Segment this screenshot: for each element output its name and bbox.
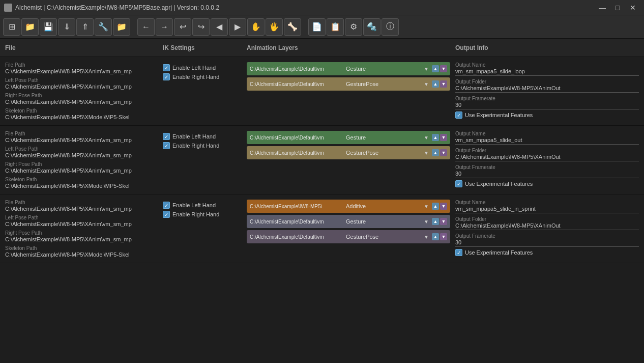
skeleton-value-1: C:\AlchemistExample\IW8-MP5\XModel\MP5-S… — [5, 183, 155, 189]
save-button[interactable]: 💾 — [40, 18, 57, 36]
titlebar-title: Alchemist | C:\AlchemistExample\IW8-MP5\… — [15, 4, 595, 11]
layer-up-0-0[interactable]: ▲ — [432, 65, 439, 72]
layer-up-2-1[interactable]: ▲ — [432, 218, 439, 225]
layer-up-1-0[interactable]: ▲ — [432, 134, 439, 141]
doc2-button[interactable]: 📋 — [327, 18, 344, 36]
undo-button[interactable]: ↩ — [174, 18, 191, 36]
layer-dropdown-2-1[interactable]: ▼ — [424, 219, 430, 225]
anim-layer-2-0[interactable]: C:\AlchemistExample\IW8-MP5\ Additive ▼ … — [247, 200, 450, 213]
info-button[interactable]: ⓘ — [382, 18, 399, 36]
left-pose-value-1: C:\AlchemistExample\IW8-MP5\XAnim\vm_sm_… — [5, 152, 155, 158]
doc1-button[interactable]: 📄 — [308, 18, 326, 36]
arrow-left-button[interactable]: ← — [137, 18, 155, 36]
prev-button[interactable]: ◀ — [211, 18, 228, 36]
anim-layer-2-2[interactable]: C:\AlchemistExample\Default\vm GesturePo… — [247, 230, 450, 243]
anim-layer-0-0[interactable]: C:\AlchemistExample\Default\vm Gesture ▼… — [247, 62, 450, 75]
output-col-2: Output Name vm_sm_mpapa5_slide_in_sprint… — [455, 200, 639, 256]
layer-up-0-1[interactable]: ▲ — [432, 80, 439, 88]
framerate-value-1: 30 — [455, 171, 639, 178]
open-button[interactable]: 📁 — [21, 18, 39, 36]
hand-left-button[interactable]: ✋ — [247, 18, 265, 36]
gear-button[interactable]: ⚙ — [345, 18, 362, 36]
output-header: Output Info — [455, 44, 639, 51]
next-button[interactable]: ▶ — [229, 18, 246, 36]
maximize-button[interactable]: □ — [610, 2, 625, 13]
anim-layer-0-1[interactable]: C:\AlchemistExample\Default\vm GesturePo… — [247, 77, 450, 91]
layer-up-1-1[interactable]: ▲ — [432, 149, 439, 156]
hand-right-button[interactable]: 🖐 — [266, 18, 283, 36]
layer-up-2-0[interactable]: ▲ — [432, 203, 439, 210]
experimental-row-2[interactable]: Use Experimental Features — [455, 249, 639, 256]
experimental-checkbox-1[interactable] — [455, 180, 462, 187]
file-path-label-0: File Path — [5, 62, 158, 68]
ik-left-row-2[interactable]: Enable Left Hand — [163, 202, 247, 209]
layer-arrows-0-1: ▲ ▼ — [432, 80, 447, 88]
folder-button[interactable]: 📁 — [113, 18, 130, 36]
anim-row-1: File Path C:\AlchemistExample\IW8-MP5\XA… — [0, 126, 644, 194]
layer-down-2-0[interactable]: ▼ — [440, 203, 447, 210]
anim-layer-1-0[interactable]: C:\AlchemistExample\Default\vm Gesture ▼… — [247, 131, 450, 144]
layer-down-2-2[interactable]: ▼ — [440, 233, 447, 240]
ik-left-checkbox-1[interactable] — [163, 133, 170, 140]
ik-left-checkbox-0[interactable] — [163, 64, 170, 71]
layer-down-0-1[interactable]: ▼ — [440, 80, 447, 88]
config-button[interactable]: 🔧 — [95, 18, 112, 36]
bone-button[interactable]: 🦴 — [284, 18, 301, 36]
layer-down-2-1[interactable]: ▼ — [440, 218, 447, 225]
experimental-checkbox-0[interactable] — [455, 111, 462, 119]
ik-left-row-0[interactable]: Enable Left Hand — [163, 64, 247, 71]
layer-dropdown-0-1[interactable]: ▼ — [424, 81, 430, 87]
layer-arrows-1-0: ▲ ▼ — [432, 134, 447, 141]
anim-row-0: File Path C:\AlchemistExample\IW8-MP5\XA… — [0, 57, 644, 126]
experimental-label-1: Use Experimental Features — [465, 181, 533, 187]
layer-path-2-0: C:\AlchemistExample\IW8-MP5\ — [250, 204, 344, 209]
tool-button[interactable]: 🔩 — [363, 18, 380, 36]
layer-dropdown-2-2[interactable]: ▼ — [424, 234, 430, 240]
new-file-button[interactable]: ⊞ — [3, 18, 20, 36]
layer-path-0-1: C:\AlchemistExample\Default\vm — [250, 81, 344, 87]
minimize-button[interactable]: — — [595, 2, 609, 13]
layer-down-1-0[interactable]: ▼ — [440, 134, 447, 141]
output-name-label-1: Output Name — [455, 131, 639, 136]
layer-type-2-1: Gesture — [346, 218, 422, 225]
ik-right-row-2[interactable]: Enable Right Hand — [163, 211, 247, 218]
window-controls: — □ ✕ — [595, 2, 640, 13]
ik-right-checkbox-0[interactable] — [163, 73, 170, 80]
layer-dropdown-2-0[interactable]: ▼ — [424, 204, 430, 209]
file-path-value-1: C:\AlchemistExample\IW8-MP5\XAnim\vm_sm_… — [5, 137, 155, 143]
experimental-label-2: Use Experimental Features — [465, 249, 533, 256]
export-button[interactable]: ⇑ — [76, 18, 94, 36]
layer-dropdown-1-1[interactable]: ▼ — [424, 150, 430, 156]
ik-left-checkbox-2[interactable] — [163, 202, 170, 209]
layer-down-1-1[interactable]: ▼ — [440, 149, 447, 156]
file-col-2: File Path C:\AlchemistExample\IW8-MP5\XA… — [5, 200, 163, 258]
file-path-label-1: File Path — [5, 131, 158, 136]
ik-right-checkbox-1[interactable] — [163, 142, 170, 149]
left-pose-label-1: Left Pose Path — [5, 146, 158, 152]
left-pose-label-2: Left Pose Path — [5, 215, 158, 220]
ik-left-label-1: Enable Left Hand — [172, 133, 216, 139]
layer-down-0-0[interactable]: ▼ — [440, 65, 447, 72]
layer-type-1-0: Gesture — [346, 134, 422, 141]
layer-arrows-2-0: ▲ ▼ — [432, 203, 447, 210]
anim-layer-1-1[interactable]: C:\AlchemistExample\Default\vm GesturePo… — [247, 146, 450, 159]
output-folder-label-2: Output Folder — [455, 216, 639, 222]
layer-up-2-2[interactable]: ▲ — [432, 233, 439, 240]
anim-layer-2-1[interactable]: C:\AlchemistExample\Default\vm Gesture ▼… — [247, 215, 450, 228]
import-button[interactable]: ⇓ — [58, 18, 75, 36]
arrow-right-button[interactable]: → — [156, 18, 173, 36]
layer-arrows-0-0: ▲ ▼ — [432, 65, 447, 72]
output-name-value-0: vm_sm_mpapa5_slide_loop — [455, 68, 639, 76]
ik-right-checkbox-2[interactable] — [163, 211, 170, 218]
experimental-row-0[interactable]: Use Experimental Features — [455, 111, 639, 119]
ik-right-row-0[interactable]: Enable Right Hand — [163, 73, 247, 80]
ik-right-row-1[interactable]: Enable Right Hand — [163, 142, 247, 149]
experimental-row-1[interactable]: Use Experimental Features — [455, 180, 639, 187]
output-name-value-1: vm_sm_mpapa5_slide_out — [455, 137, 639, 145]
experimental-checkbox-2[interactable] — [455, 249, 462, 256]
close-button[interactable]: ✕ — [626, 2, 640, 13]
ik-left-row-1[interactable]: Enable Left Hand — [163, 133, 247, 140]
redo-button[interactable]: ↪ — [192, 18, 210, 36]
layer-dropdown-1-0[interactable]: ▼ — [424, 135, 430, 141]
layer-dropdown-0-0[interactable]: ▼ — [424, 66, 430, 72]
